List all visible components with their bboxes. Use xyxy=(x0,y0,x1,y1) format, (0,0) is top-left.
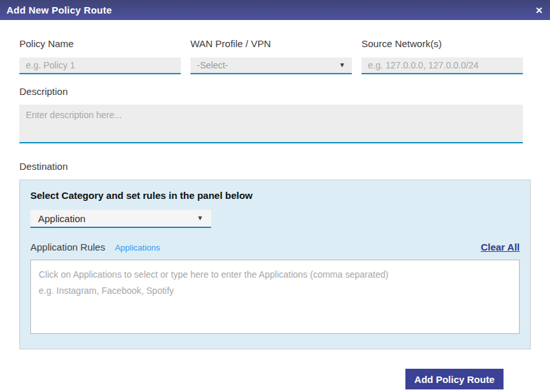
policy-name-input[interactable] xyxy=(19,57,181,74)
clear-all-link[interactable]: Clear All xyxy=(481,242,520,253)
description-label: Description xyxy=(19,86,523,97)
policy-name-field-group: Policy Name xyxy=(19,38,181,74)
application-rules-input[interactable]: Click on Applications to select or type … xyxy=(30,260,520,334)
chevron-down-icon: ▼ xyxy=(197,215,203,222)
dialog-footer: Add Policy Route xyxy=(19,369,504,389)
wan-profile-field-group: WAN Profile / VPN -Select- ▼ xyxy=(190,38,352,74)
destination-panel: Select Category and set rules in the pan… xyxy=(19,180,531,349)
category-panel-heading: Select Category and set rules in the pan… xyxy=(30,190,520,201)
category-selected-value: Application xyxy=(38,213,85,224)
source-networks-input[interactable] xyxy=(362,57,523,74)
application-rules-header-row: Application Rules Applications Clear All xyxy=(30,242,520,253)
source-networks-label: Source Network(s) xyxy=(362,38,523,49)
chevron-down-icon: ▼ xyxy=(339,62,345,68)
policy-name-label: Policy Name xyxy=(19,38,181,49)
wan-profile-label: WAN Profile / VPN xyxy=(190,38,352,49)
rules-placeholder-line1: Click on Applications to select or type … xyxy=(39,269,511,280)
applications-link[interactable]: Applications xyxy=(115,243,160,253)
description-textarea[interactable] xyxy=(19,105,523,143)
wan-profile-select[interactable]: -Select- ▼ xyxy=(190,57,352,74)
add-policy-route-dialog: Add New Policy Route ✕ Policy Name WAN P… xyxy=(0,0,550,389)
description-field-group: Description xyxy=(19,86,523,143)
form-row-top: Policy Name WAN Profile / VPN -Select- ▼… xyxy=(19,38,523,74)
add-policy-route-button[interactable]: Add Policy Route xyxy=(405,369,504,389)
dialog-title: Add New Policy Route xyxy=(6,5,112,15)
dialog-body: Policy Name WAN Profile / VPN -Select- ▼… xyxy=(0,38,550,389)
close-icon[interactable]: ✕ xyxy=(535,6,543,15)
rules-placeholder-line2: e.g. Instagram, Facebook, Spotify xyxy=(39,285,511,296)
destination-section-label: Destination xyxy=(19,161,531,172)
wan-profile-selected-value: -Select- xyxy=(197,60,228,70)
application-rules-label: Application Rules xyxy=(30,242,105,253)
dialog-header: Add New Policy Route ✕ xyxy=(0,0,550,20)
category-select[interactable]: Application ▼ xyxy=(30,210,211,228)
source-networks-field-group: Source Network(s) xyxy=(362,38,523,74)
